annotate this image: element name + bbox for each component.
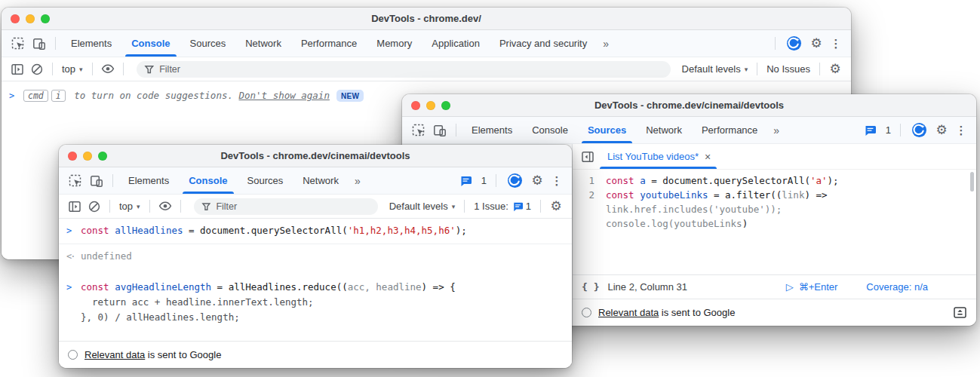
ai-assistance-icon[interactable]	[504, 171, 525, 191]
console-input-entry[interactable]: > const avgHeadlineLength = allHeadlines…	[59, 275, 572, 330]
line-number: 2	[573, 188, 606, 202]
tab-memory[interactable]: Memory	[367, 30, 422, 57]
console-result-icon: <·	[66, 249, 81, 264]
console-result-entry[interactable]: <· undefined	[59, 244, 572, 269]
tab-network[interactable]: Network	[235, 30, 291, 57]
filter-box[interactable]	[194, 198, 378, 215]
console-sidebar-icon[interactable]	[65, 198, 84, 216]
filter-box[interactable]	[137, 61, 671, 78]
filter-input[interactable]	[159, 64, 662, 75]
funnel-icon	[201, 201, 211, 212]
coverage-link[interactable]: Coverage: n/a	[866, 281, 928, 293]
tab-network[interactable]: Network	[293, 167, 349, 194]
tab-elements[interactable]: Elements	[462, 117, 522, 143]
issues-count[interactable]: 1	[886, 124, 891, 136]
console-messages: > const allHeadlines = document.querySel…	[59, 219, 572, 368]
privacy-text: is sent to Google	[659, 307, 735, 318]
issues-bubble-icon: 1	[512, 201, 531, 212]
settings-gear-icon[interactable]: ⚙	[527, 173, 547, 188]
context-selector[interactable]: top ▾	[115, 201, 144, 212]
hide-navigator-icon[interactable]	[577, 147, 598, 167]
tab-sources[interactable]: Sources	[238, 167, 293, 194]
clear-console-icon[interactable]	[27, 60, 47, 78]
tab-console[interactable]: Console	[121, 30, 180, 57]
inspect-element-icon[interactable]	[408, 121, 429, 140]
divider	[819, 63, 820, 75]
more-tabs-icon[interactable]: »	[349, 175, 366, 187]
hint-message-text[interactable]: cmdi to turn on code suggestions. Don't …	[23, 88, 330, 103]
more-tabs-icon[interactable]: »	[597, 38, 614, 50]
titlebar[interactable]: DevTools - chrome.dev/	[2, 8, 851, 30]
log-levels-dropdown[interactable]: Default levels ▾	[678, 63, 752, 75]
kebab-menu-icon[interactable]: ⋮	[549, 174, 564, 188]
run-snippet-button[interactable]: ▷ ⌘+Enter	[786, 281, 838, 293]
divider	[180, 200, 181, 213]
settings-gear-icon[interactable]: ⚙	[932, 122, 951, 138]
more-tabs-icon[interactable]: »	[767, 124, 785, 136]
kebab-menu-icon[interactable]: ⋮	[954, 124, 969, 137]
ai-assistance-icon[interactable]	[908, 121, 929, 140]
desktop: DevTools - chrome.dev/ Elements Console …	[0, 0, 980, 377]
relevant-data-link[interactable]: Relevant data	[598, 307, 659, 318]
console-input-entry[interactable]: > const allHeadlines = document.querySel…	[59, 219, 572, 244]
close-icon[interactable]: ×	[705, 151, 711, 163]
devtools-window-console: DevTools - chrome.dev/cinemai/devtools E…	[59, 145, 572, 368]
inspect-element-icon[interactable]	[65, 171, 86, 191]
issues-count[interactable]: 1	[481, 175, 487, 186]
tab-console[interactable]: Console	[179, 167, 237, 194]
context-selector[interactable]: top ▾	[58, 63, 87, 75]
titlebar[interactable]: DevTools - chrome.dev/cinemai/devtools	[59, 145, 572, 167]
tab-bar-actions: ⚙ ⋮	[770, 34, 851, 54]
kebab-menu-icon[interactable]: ⋮	[828, 37, 843, 51]
code-editor[interactable]: 1 const a = document.querySelectorAll('a…	[573, 170, 976, 274]
funnel-icon	[144, 64, 155, 75]
tab-network[interactable]: Network	[636, 117, 692, 143]
tab-elements[interactable]: Elements	[118, 167, 179, 194]
settings-gear-icon[interactable]: ⚙	[806, 35, 826, 51]
divider	[757, 63, 757, 75]
inspect-element-icon[interactable]	[8, 34, 29, 54]
tab-console[interactable]: Console	[522, 117, 578, 143]
line-number	[573, 202, 606, 216]
tab-sources[interactable]: Sources	[180, 30, 236, 57]
titlebar[interactable]: DevTools - chrome.dev/cinemai/devtools	[402, 94, 976, 117]
log-levels-dropdown[interactable]: Default levels ▾	[386, 201, 459, 212]
console-expression: const allHeadlines = document.querySelec…	[81, 223, 467, 238]
window-title: DevTools - chrome.dev/cinemai/devtools	[59, 150, 572, 161]
chevron-down-icon: ▾	[745, 66, 748, 73]
code-line: 1 const a = document.querySelectorAll('a…	[573, 173, 976, 188]
scrollbar-thumb[interactable]	[970, 172, 974, 192]
relevant-data-link[interactable]: Relevant data	[84, 349, 145, 360]
tab-sources[interactable]: Sources	[578, 117, 636, 143]
live-expression-eye-icon[interactable]	[155, 198, 175, 216]
issue-label: 1 Issue:	[474, 201, 508, 212]
device-toolbar-icon[interactable]	[29, 34, 50, 54]
live-expression-eye-icon[interactable]	[98, 60, 118, 78]
issues-status[interactable]: No Issues	[763, 63, 814, 75]
issues-bubble-icon[interactable]	[860, 121, 881, 140]
divider	[900, 124, 901, 136]
tab-privacy-security[interactable]: Privacy and security	[490, 30, 597, 57]
tab-performance[interactable]: Performance	[692, 117, 767, 143]
pretty-print-icon[interactable]: { }	[582, 281, 599, 293]
clear-console-icon[interactable]	[84, 198, 104, 216]
tab-application[interactable]: Application	[422, 30, 490, 57]
dock-drawer-icon[interactable]	[953, 306, 967, 319]
editor-column: List YouTube videos* × 1 const a = docum…	[573, 144, 976, 326]
file-tab-list-youtube-videos[interactable]: List YouTube videos* ×	[598, 144, 718, 169]
issues-status[interactable]: 1 Issue: 1	[470, 201, 535, 212]
divider	[149, 200, 150, 213]
tab-elements[interactable]: Elements	[61, 30, 121, 57]
console-settings-gear-icon[interactable]: ⚙	[825, 61, 845, 77]
console-sidebar-icon[interactable]	[8, 60, 27, 78]
divider	[464, 200, 465, 213]
tab-performance[interactable]: Performance	[291, 30, 367, 57]
console-settings-gear-icon[interactable]: ⚙	[546, 198, 566, 214]
console-expression-row: const avgHeadlineLength = allHeadlines.r…	[81, 280, 456, 295]
device-toolbar-icon[interactable]	[429, 121, 450, 140]
ai-assistance-icon[interactable]	[783, 34, 804, 54]
code-text: const a = document.querySelectorAll('a')…	[606, 173, 839, 188]
filter-input[interactable]	[216, 201, 370, 212]
issues-bubble-icon[interactable]	[456, 171, 477, 191]
device-toolbar-icon[interactable]	[86, 171, 107, 191]
